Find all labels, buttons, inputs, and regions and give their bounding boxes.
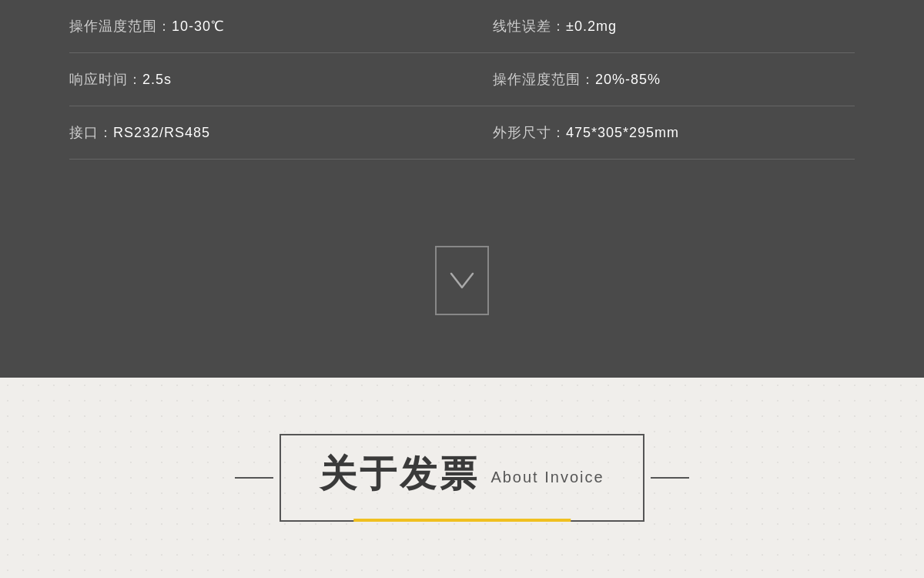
spec-row-linearity-right: 线性误差：±0.2mg: [462, 0, 855, 53]
spec-value-temp: 10-30℃: [172, 18, 225, 34]
spec-value-response: 2.5s: [142, 72, 172, 87]
left-dash-decoration: [235, 477, 273, 479]
invoice-title-chinese: 关于发票: [320, 449, 480, 499]
spec-row-temp-left: 操作温度范围：10-30℃: [69, 0, 462, 53]
bottom-invoice-section: 关于发票 About Invoice: [0, 378, 924, 578]
spec-row-response-left: 响应时间：2.5s: [69, 53, 462, 106]
spec-label-linearity: 线性误差：: [493, 18, 566, 34]
top-specs-section: 操作温度范围：10-30℃ 线性误差：±0.2mg 响应时间：2.5s 操作湿度…: [0, 0, 924, 378]
spec-value-humidity: 20%-85%: [595, 72, 661, 87]
invoice-title-box: 关于发票 About Invoice: [280, 434, 644, 522]
invoice-title-english: About Invoice: [490, 469, 604, 486]
spec-value-interface: RS232/RS485: [113, 125, 210, 140]
spec-row-interface-left: 接口：RS232/RS485: [69, 106, 462, 160]
spec-label-interface: 接口：: [69, 125, 113, 140]
specs-grid: 操作温度范围：10-30℃ 线性误差：±0.2mg 响应时间：2.5s 操作湿度…: [69, 0, 855, 160]
spec-row-humidity-right: 操作湿度范围：20%-85%: [462, 53, 855, 106]
spec-row-dimensions-right: 外形尺寸：475*305*295mm: [462, 106, 855, 160]
chevron-down-icon: [450, 272, 474, 289]
spec-value-linearity: ±0.2mg: [566, 18, 617, 34]
section-title-wrapper: 关于发票 About Invoice: [280, 434, 644, 522]
scroll-down-button[interactable]: [435, 246, 489, 315]
spec-label-temp: 操作温度范围：: [69, 18, 172, 34]
spec-label-response: 响应时间：: [69, 72, 142, 87]
chevron-area: [69, 183, 855, 378]
spec-value-dimensions: 475*305*295mm: [566, 125, 679, 140]
right-dash-decoration: [651, 477, 689, 479]
spec-label-humidity: 操作湿度范围：: [493, 72, 595, 87]
spec-label-dimensions: 外形尺寸：: [493, 125, 566, 140]
